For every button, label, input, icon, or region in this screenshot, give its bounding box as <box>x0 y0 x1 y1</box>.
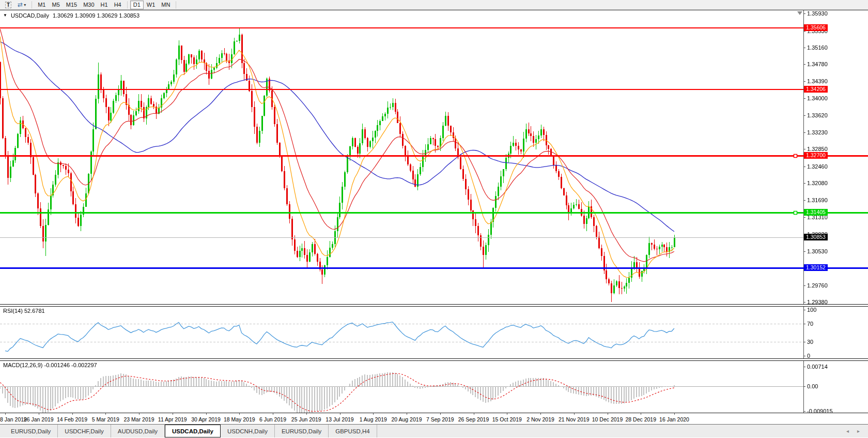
date-label: 28 Dec 2019 <box>625 416 656 422</box>
timeframe-group: M1M5M15M30H1H4D1W1MN <box>35 1 173 9</box>
date-tick <box>173 413 173 415</box>
date-tick <box>474 413 474 415</box>
chart-tab-usdcnh-daily[interactable]: USDCNH,Daily <box>221 425 275 437</box>
timeframe-button-h4[interactable]: H4 <box>111 1 125 9</box>
date-label: 30 Apr 2019 <box>191 416 221 422</box>
date-tick <box>407 413 407 415</box>
chart-window: ▼ USDCAD,Daily 1.30629 1.30909 1.30629 1… <box>0 10 868 425</box>
date-tick <box>105 413 106 415</box>
date-tick <box>507 413 507 415</box>
date-axis[interactable]: 8 Jan 201926 Jan 201914 Feb 20195 Mar 20… <box>0 413 868 425</box>
timeframe-button-m5[interactable]: M5 <box>49 1 63 9</box>
text-tool-button[interactable]: T <box>2 1 14 9</box>
chart-tab-eurusd-daily[interactable]: EURUSD,Daily <box>4 425 58 437</box>
date-label: 5 Mar 2019 <box>92 416 119 422</box>
date-tick <box>674 413 675 415</box>
date-label: 11 Apr 2019 <box>158 416 187 422</box>
rsi-canvas[interactable] <box>0 307 868 358</box>
chart-tabbar: EURUSD,DailyUSDCHF,DailyAUDUSD,DailyUSDC… <box>0 425 868 437</box>
tab-scroll-right-icon[interactable]: ▸ <box>857 428 860 434</box>
chart-tab-audusd-daily[interactable]: AUDUSD,Daily <box>111 425 165 437</box>
date-label: 7 Sep 2019 <box>426 416 454 422</box>
date-label: 21 Nov 2019 <box>559 416 590 422</box>
date-label: 10 Dec 2019 <box>592 416 623 422</box>
date-tick <box>574 413 575 415</box>
timeframe-button-mn[interactable]: MN <box>158 1 173 9</box>
rsi-panel: RSI(14) 52.6781 <box>0 307 868 358</box>
date-label: 15 Oct 2019 <box>492 416 522 422</box>
macd-canvas[interactable] <box>0 361 868 413</box>
date-tick <box>440 413 441 415</box>
date-tick <box>72 413 73 415</box>
date-tick <box>206 413 207 415</box>
toolbar: T ⇄ ▾ M1M5M15M30H1H4D1W1MN <box>0 0 868 10</box>
date-label: 23 Mar 2019 <box>124 416 154 422</box>
main-chart-canvas[interactable] <box>0 10 868 304</box>
date-label: 8 Jan 2019 <box>0 416 27 422</box>
date-tick <box>139 413 140 415</box>
date-tick <box>306 413 307 415</box>
toolbar-separator <box>32 2 32 8</box>
chevron-down-icon: ▾ <box>24 3 26 7</box>
toolbar-separator <box>127 2 128 8</box>
date-tick <box>39 413 39 415</box>
date-label: 26 Sep 2019 <box>458 416 489 422</box>
date-label: 6 Jun 2019 <box>259 416 286 422</box>
chart-tab-usdchf-daily[interactable]: USDCHF,Daily <box>58 425 111 437</box>
text-tool-icon: T <box>5 2 11 8</box>
date-tick <box>239 413 240 415</box>
date-label: 20 Aug 2019 <box>392 416 422 422</box>
rsi-label: RSI(14) 52.6781 <box>3 308 45 314</box>
tab-scroll-arrows: ◂ ▸ <box>846 425 860 437</box>
toolbar-separator <box>176 2 176 8</box>
macd-label: MACD(12,26,9) -0.001246 -0.002297 <box>3 362 97 368</box>
cycle-symbols-button[interactable]: ⇄ ▾ <box>14 1 29 9</box>
date-tick <box>373 413 374 415</box>
date-label: 26 Jan 2019 <box>24 416 54 422</box>
tab-scroll-left-icon[interactable]: ◂ <box>846 428 849 434</box>
timeframe-button-m30[interactable]: M30 <box>80 1 97 9</box>
chart-tabbar-tabs: EURUSD,DailyUSDCHF,DailyAUDUSD,DailyUSDC… <box>4 425 377 437</box>
chart-tab-usdcad-daily[interactable]: USDCAD,Daily <box>165 425 221 437</box>
chart-ohlc-title: ▼ USDCAD,Daily 1.30629 1.30909 1.30629 1… <box>3 12 140 19</box>
date-label: 14 Feb 2019 <box>57 416 87 422</box>
timeframe-button-h1[interactable]: H1 <box>98 1 111 9</box>
date-tick <box>641 413 641 415</box>
timeframe-button-m1[interactable]: M1 <box>35 1 49 9</box>
timeframe-button-d1[interactable]: D1 <box>130 1 144 9</box>
date-label: 25 Jun 2019 <box>291 416 321 422</box>
timeframe-button-m15[interactable]: M15 <box>63 1 80 9</box>
date-tick <box>608 413 608 415</box>
chart-ohlc-values: 1.30629 1.30909 1.30629 1.30853 <box>53 12 140 19</box>
macd-panel: MACD(12,26,9) -0.001246 -0.002297 <box>0 361 868 413</box>
main-price-panel: ▼ USDCAD,Daily 1.30629 1.30909 1.30629 1… <box>0 10 868 304</box>
date-label: 16 Jan 2020 <box>659 416 689 422</box>
date-label: 18 May 2019 <box>224 416 255 422</box>
chart-tab-gbpusd-h4[interactable]: GBPUSD,H4 <box>329 425 377 437</box>
chart-tab-eurusd-daily[interactable]: EURUSD,Daily <box>275 425 329 437</box>
date-tick <box>5 413 6 415</box>
chart-symbol-label: USDCAD,Daily <box>11 12 49 19</box>
cycle-arrows-icon: ⇄ <box>18 2 23 8</box>
date-label: 1 Aug 2019 <box>360 416 387 422</box>
chevron-down-icon: ▼ <box>3 13 7 18</box>
date-tick <box>273 413 273 415</box>
date-tick <box>340 413 340 415</box>
date-label: 13 Jul 2019 <box>326 416 353 422</box>
timeframe-button-w1[interactable]: W1 <box>144 1 159 9</box>
date-tick <box>540 413 541 415</box>
date-label: 2 Nov 2019 <box>526 416 554 422</box>
